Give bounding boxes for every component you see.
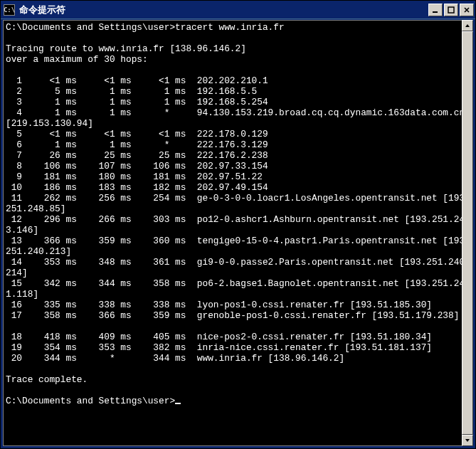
titlebar[interactable]: C:\ 命令提示符: [1, 1, 475, 19]
console-line: 4 1 ms 1 ms * 94.130.153.219.broad.cq.cq…: [6, 107, 470, 129]
console-output[interactable]: C:\Documents and Settings\user>tracert w…: [3, 20, 473, 446]
console-line: [6, 321, 470, 332]
console-line: 15 342 ms 344 ms 358 ms po6-2.bagse1.Bag…: [6, 278, 470, 300]
console-line: 13 366 ms 359 ms 360 ms tengige0-15-0-4.…: [6, 236, 470, 257]
scrollbar-track[interactable]: [462, 31, 473, 435]
console-line: 10 186 ms 183 ms 182 ms 202.97.49.154: [6, 182, 470, 193]
svg-rect-1: [448, 7, 454, 13]
console-line: Trace complete.: [6, 374, 470, 385]
console-line: 9 181 ms 180 ms 181 ms 202.97.51.22: [6, 171, 470, 182]
console-line: 17 358 ms 366 ms 359 ms grenoble-pos1-0.…: [6, 310, 470, 321]
window-controls: [427, 4, 475, 16]
command-prompt-window: C:\ 命令提示符 C:\Documents and Settings\user…: [0, 0, 476, 449]
console-line: 6 1 ms 1 ms * 222.176.3.129: [6, 139, 470, 150]
console-line: 7 26 ms 25 ms 25 ms 222.176.2.238: [6, 150, 470, 161]
vertical-scrollbar[interactable]: [462, 20, 473, 446]
console-line: [6, 385, 470, 396]
minimize-button[interactable]: [428, 4, 443, 16]
maximize-button[interactable]: [444, 4, 458, 16]
console-line: 2 5 ms 1 ms 1 ms 192.168.5.5: [6, 86, 470, 97]
console-line: [6, 65, 470, 75]
cmd-icon: C:\: [4, 4, 15, 16]
console-line: 11 262 ms 256 ms 254 ms ge-0-3-0-0.loacr…: [6, 193, 470, 214]
cursor: [175, 403, 181, 404]
console-line: 8 106 ms 107 ms 106 ms 202.97.33.154: [6, 161, 470, 171]
console-line: [6, 364, 470, 374]
scroll-down-button[interactable]: [462, 435, 473, 446]
console-line: 12 296 ms 266 ms 303 ms po12-0.ashcr1.As…: [6, 214, 470, 236]
console-line: 18 418 ms 409 ms 405 ms nice-pos2-0.cssi…: [6, 332, 470, 342]
console-line: C:\Documents and Settings\user>tracert w…: [6, 22, 470, 33]
console-line: 3 1 ms 1 ms 1 ms 192.168.5.254: [6, 97, 470, 107]
console-line: 19 354 ms 353 ms 382 ms inria-nice.cssi.…: [6, 342, 470, 353]
console-line: 5 <1 ms <1 ms <1 ms 222.178.0.129: [6, 129, 470, 139]
window-title: 命令提示符: [19, 4, 427, 16]
console-prompt[interactable]: C:\Documents and Settings\user>: [6, 396, 470, 406]
scrollbar-thumb[interactable]: [462, 31, 473, 435]
console-line: 1 <1 ms <1 ms <1 ms 202.202.210.1: [6, 75, 470, 86]
console-line: 14 353 ms 348 ms 361 ms gi9-0-0.passe2.P…: [6, 257, 470, 278]
console-line: Tracing route to www.inria.fr [138.96.14…: [6, 43, 470, 54]
console-line: 20 344 ms * 344 ms www.inria.fr [138.96.…: [6, 353, 470, 364]
close-button[interactable]: [460, 4, 474, 16]
console-line: over a maximum of 30 hops:: [6, 54, 470, 65]
console-line: [6, 33, 470, 43]
console-line: 16 335 ms 338 ms 338 ms lyon-pos1-0.cssi…: [6, 300, 470, 310]
svg-rect-0: [433, 11, 438, 13]
scroll-up-button[interactable]: [462, 20, 473, 31]
